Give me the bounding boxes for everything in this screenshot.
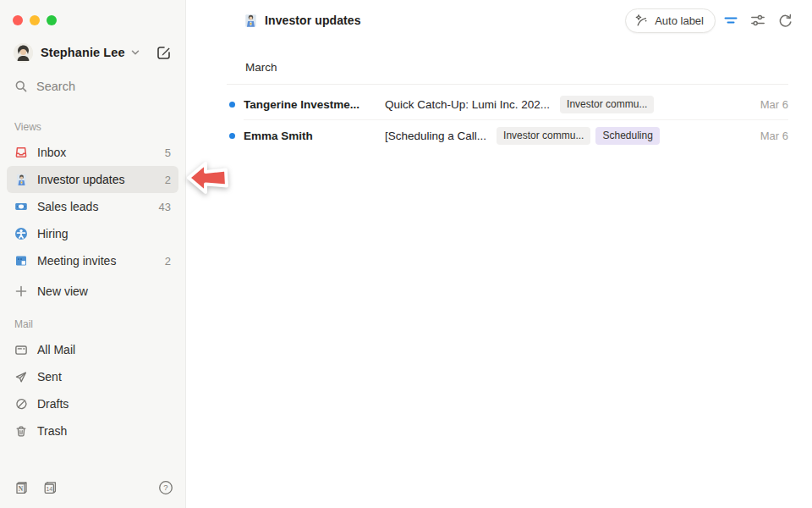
sales-leads-icon [14, 200, 28, 213]
sidebar-footer: N 14 ? [0, 471, 185, 508]
unread-dot [229, 133, 235, 139]
chevron-down-icon [130, 47, 140, 58]
email-subject: [Scheduling a Call... [385, 130, 486, 142]
all-mail-icon [14, 343, 28, 356]
views-section-label: Views [0, 116, 185, 133]
hiring-icon [14, 227, 28, 240]
email-sender: Emma Smith [244, 130, 385, 142]
email-row-tangerine[interactable]: Tangerine Investme... Quick Catch-Up: Lu… [227, 89, 788, 120]
unread-count: 43 [159, 201, 171, 213]
date-group-label: March [245, 61, 277, 74]
notion-icon[interactable]: N [14, 480, 30, 496]
unread-dot [229, 102, 235, 108]
investor-updates-icon [14, 173, 28, 186]
meeting-invites-icon [14, 254, 28, 268]
drafts-icon [14, 397, 28, 411]
investor-updates-icon [244, 14, 258, 28]
email-tags: Investor commu... Scheduling [497, 127, 660, 145]
tag-investor-communications[interactable]: Investor commu... [560, 96, 654, 113]
svg-text:N: N [19, 484, 24, 492]
mail-section-label: Mail [0, 313, 185, 330]
window-controls [0, 0, 185, 37]
sidebar-item-sent[interactable]: Sent [7, 363, 178, 390]
sidebar-item-sales-leads[interactable]: Sales leads 43 [7, 193, 178, 220]
app-window: Stephanie Lee Search Views [0, 0, 812, 508]
sparkle-label-icon [634, 14, 649, 28]
trash-icon [14, 424, 28, 438]
sidebar: Stephanie Lee Search Views [0, 0, 186, 508]
email-date: Mar 6 [760, 130, 788, 142]
sidebar-item-hiring[interactable]: Hiring [7, 220, 178, 247]
account-name: Stephanie Lee [41, 46, 125, 59]
tag-investor-communications[interactable]: Investor commu... [497, 127, 590, 145]
filter-icon[interactable] [719, 8, 743, 32]
sliders-icon[interactable] [746, 8, 770, 32]
inbox-icon [14, 146, 28, 159]
sidebar-item-drafts[interactable]: Drafts [7, 390, 178, 417]
unread-count: 2 [165, 255, 171, 268]
search-label: Search [36, 80, 75, 93]
email-subject: Quick Catch-Up: Lumi Inc. 202... [385, 98, 550, 111]
unread-count: 5 [165, 146, 171, 159]
date-group-header: March [227, 41, 788, 85]
refresh-icon[interactable] [773, 8, 797, 32]
page-title: Investor updates [265, 14, 361, 27]
sent-icon [14, 370, 28, 384]
view-header: Investor updates Auto label [186, 0, 812, 41]
email-row-emma-smith[interactable]: Emma Smith [Scheduling a Call... Investo… [227, 120, 788, 152]
unread-count: 2 [165, 174, 171, 186]
account-switcher[interactable]: Stephanie Lee [0, 37, 185, 68]
minimize-window-button[interactable] [30, 15, 40, 25]
notion-calendar-icon[interactable]: 14 [41, 480, 58, 496]
sidebar-item-all-mail[interactable]: All Mail [7, 336, 178, 363]
close-window-button[interactable] [13, 15, 23, 25]
plus-icon [14, 284, 28, 298]
sidebar-item-meeting-invites[interactable]: Meeting invites 2 [7, 247, 178, 274]
email-sender: Tangerine Investme... [244, 98, 385, 111]
avatar [14, 43, 33, 63]
search-icon [14, 80, 28, 93]
views-list: Inbox 5 Investor updates 2 Sales leads 4… [0, 133, 185, 305]
new-view-button[interactable]: New view [7, 278, 178, 305]
zoom-window-button[interactable] [47, 15, 57, 25]
tag-scheduling[interactable]: Scheduling [595, 127, 659, 145]
help-icon[interactable]: ? [158, 480, 173, 495]
search-button[interactable]: Search [7, 72, 178, 101]
mail-list-nav: All Mail Sent Drafts Trash [0, 330, 185, 444]
svg-text:14: 14 [46, 486, 52, 492]
email-date: Mar 6 [760, 98, 788, 111]
sidebar-item-trash[interactable]: Trash [7, 417, 178, 444]
compose-button[interactable] [154, 43, 173, 63]
email-list: Tangerine Investme... Quick Catch-Up: Lu… [227, 85, 788, 152]
sidebar-item-inbox[interactable]: Inbox 5 [7, 139, 178, 166]
sidebar-item-investor-updates[interactable]: Investor updates 2 [7, 166, 178, 193]
svg-text:?: ? [163, 483, 167, 492]
auto-label-button[interactable]: Auto label [625, 8, 716, 33]
email-tags: Investor commu... [560, 96, 654, 113]
main-panel: Investor updates Auto label March [186, 0, 812, 508]
